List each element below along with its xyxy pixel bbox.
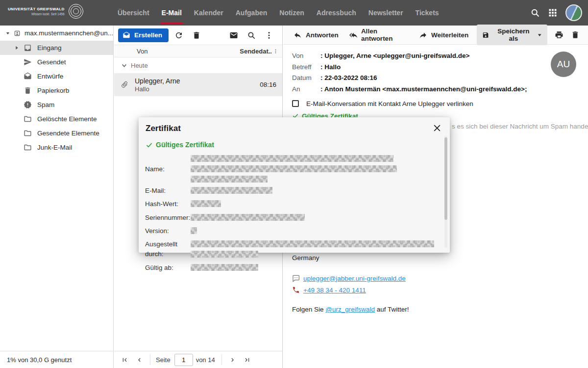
paperclip-icon bbox=[119, 79, 129, 90]
sidebar-item-geloeschte-elemente[interactable]: Gelöschte Elemente bbox=[0, 112, 113, 126]
redacted-value bbox=[191, 165, 397, 172]
topbar: UNIVERSITÄT GREIFSWALD Wissen lockt. Sei… bbox=[0, 0, 588, 26]
link-contact-label: E-Mail-Konversation mit Kontakt Arne Upl… bbox=[306, 100, 473, 107]
spam-hint-text: s es sich bei dieser Nachricht um Spam h… bbox=[452, 123, 588, 130]
last-page-button[interactable] bbox=[240, 353, 255, 367]
search-icon[interactable] bbox=[530, 8, 540, 18]
certificate-fields: Name: E-Mail: Hash-Wert: bbox=[139, 154, 450, 273]
message-from: Uplegger, Arne bbox=[135, 77, 260, 85]
field-label: Seriennummer: bbox=[145, 213, 191, 223]
tab-tickets[interactable]: Tickets bbox=[415, 7, 440, 19]
reply-label: Antworten bbox=[306, 31, 339, 39]
message-summary: Uplegger, Arne Hallo bbox=[135, 77, 260, 93]
close-button[interactable] bbox=[432, 123, 442, 133]
print-button[interactable] bbox=[552, 27, 566, 42]
user-avatar[interactable] bbox=[565, 4, 582, 21]
header-value: : 22-03-2022 08:16 bbox=[320, 74, 377, 81]
message-list-toolbar: Erstellen bbox=[114, 26, 282, 45]
compose-button[interactable]: Erstellen bbox=[118, 28, 169, 42]
logo-subtitle: Wissen lockt. Seit 1456 bbox=[8, 12, 65, 16]
phone-icon bbox=[292, 286, 300, 294]
sidebar-item-gesendet[interactable]: Gesendet bbox=[0, 55, 113, 69]
delete-button[interactable] bbox=[189, 28, 204, 43]
tab-adressbuch[interactable]: Adressbuch bbox=[316, 7, 357, 19]
trash-icon bbox=[571, 30, 580, 39]
save-as-button[interactable]: Speichern als bbox=[477, 25, 547, 45]
redacted-value bbox=[191, 187, 272, 194]
first-page-button[interactable] bbox=[117, 353, 132, 367]
reply-icon bbox=[294, 31, 302, 39]
chevron-right-icon bbox=[229, 356, 236, 364]
message-row[interactable]: Uplegger, Arne Hallo 08:16 bbox=[114, 73, 282, 96]
sidebar-item-junk-email[interactable]: Junk-E-Mail bbox=[0, 140, 113, 155]
close-icon bbox=[432, 123, 442, 133]
sidebar-item-eingang[interactable]: Eingang bbox=[0, 41, 113, 55]
tab-aufgaben[interactable]: Aufgaben bbox=[235, 7, 269, 19]
page-number-input[interactable] bbox=[174, 354, 193, 366]
tab-email[interactable]: E-Mail bbox=[161, 7, 183, 19]
divider bbox=[150, 354, 150, 365]
field-version: Version: bbox=[145, 226, 433, 236]
chevron-left-icon bbox=[136, 356, 143, 364]
field-name: Name: bbox=[145, 154, 433, 183]
field-value bbox=[191, 186, 433, 196]
more-options-button[interactable] bbox=[262, 28, 276, 43]
jabber-link[interactable]: uplegger@jabber.uni-greifswald.de bbox=[303, 275, 406, 282]
apps-grid-icon[interactable] bbox=[548, 8, 558, 18]
mark-read-button[interactable] bbox=[226, 28, 241, 43]
delete-message-button[interactable] bbox=[568, 27, 582, 42]
sidebar-item-papierkorb[interactable]: Papierkorb bbox=[0, 83, 113, 98]
sidebar-item-spam[interactable]: Spam bbox=[0, 98, 113, 112]
refresh-icon bbox=[174, 31, 183, 40]
caret-down-icon bbox=[6, 31, 10, 36]
field-value bbox=[191, 239, 434, 260]
dialog-title: Zertifikat bbox=[139, 117, 450, 133]
phone-row: +49 38 34 - 420 1411 bbox=[292, 286, 409, 294]
redacted-value bbox=[191, 214, 305, 221]
quota-status: 1% von 30,0 G genutzt bbox=[0, 351, 113, 368]
prev-page-button[interactable] bbox=[132, 353, 147, 367]
page-label: Seite bbox=[156, 356, 171, 364]
sender-avatar: AU bbox=[551, 52, 576, 77]
column-menu-icon[interactable] bbox=[273, 49, 278, 54]
sidebar-item-gesendete-elemente[interactable]: Gesendete Elemente bbox=[0, 126, 113, 140]
sidebar-item-entwuerfe[interactable]: Entwürfe bbox=[0, 69, 113, 83]
tab-uebersicht[interactable]: Übersicht bbox=[117, 7, 150, 19]
search-mail-button[interactable] bbox=[244, 28, 259, 43]
university-logo[interactable]: UNIVERSITÄT GREIFSWALD Wissen lockt. Sei… bbox=[8, 4, 83, 19]
header-value: : Hallo bbox=[320, 63, 341, 71]
logo-text: UNIVERSITÄT GREIFSWALD Wissen lockt. Sei… bbox=[8, 7, 65, 16]
column-sent-date[interactable]: Sendedat.. bbox=[240, 48, 278, 55]
forward-label: Weiterleiten bbox=[431, 31, 468, 39]
redacted-value bbox=[191, 200, 221, 207]
account-row[interactable]: max.mustermaennchen@un... bbox=[0, 26, 113, 41]
field-value bbox=[191, 213, 433, 223]
reader-toolbar: Antworten Allen antworten Weiterleiten S… bbox=[283, 26, 588, 45]
reply-button[interactable]: Antworten bbox=[289, 26, 343, 44]
floppy-save-icon bbox=[482, 31, 489, 39]
link-contact-checkbox[interactable] bbox=[292, 100, 299, 107]
folder-label: Junk-E-Mail bbox=[37, 144, 72, 151]
redacted-value bbox=[191, 240, 434, 247]
folder-label: Spam bbox=[37, 101, 54, 108]
folder-label: Gesendete Elemente bbox=[37, 130, 99, 137]
tab-kalender[interactable]: Kalender bbox=[193, 7, 224, 19]
trash-icon bbox=[192, 31, 201, 40]
chevron-right-icon[interactable] bbox=[15, 46, 19, 50]
university-seal-icon bbox=[69, 4, 83, 19]
group-header-today[interactable]: Heute bbox=[114, 57, 282, 73]
topbar-actions bbox=[530, 0, 582, 26]
next-page-button[interactable] bbox=[225, 353, 240, 367]
phone-link[interactable]: +49 38 34 - 420 1411 bbox=[303, 287, 366, 294]
message-time: 08:16 bbox=[260, 81, 282, 88]
inbox-icon bbox=[24, 44, 32, 52]
forward-button[interactable]: Weiterleiten bbox=[415, 26, 473, 44]
refresh-button[interactable] bbox=[172, 28, 186, 43]
tab-notizen[interactable]: Notizen bbox=[278, 7, 305, 19]
reply-all-button[interactable]: Allen antworten bbox=[345, 26, 413, 44]
column-from[interactable]: Von bbox=[137, 48, 147, 55]
tab-newsletter[interactable]: Newsletter bbox=[368, 7, 404, 19]
twitter-handle-link[interactable]: @urz_greifswald bbox=[325, 306, 375, 313]
list-column-header: Von Sendedat.. bbox=[114, 45, 282, 57]
dialog-scrollbar-thumb[interactable] bbox=[444, 137, 447, 220]
